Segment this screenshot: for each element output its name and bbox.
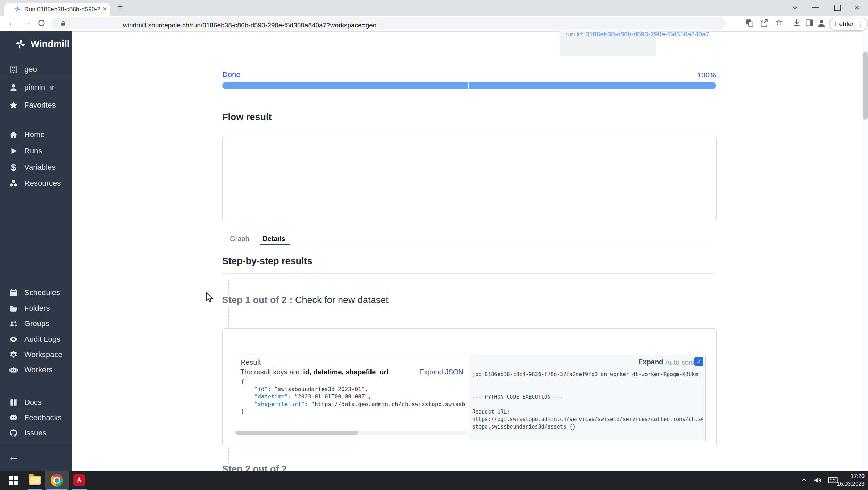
favorites-label: Favorites (24, 101, 56, 110)
share-icon[interactable] (760, 18, 769, 28)
acrobat-icon (73, 474, 85, 486)
sidebar-item-workers[interactable]: Workers (9, 363, 53, 377)
auto-scroll-checkbox[interactable]: ✓ (694, 357, 703, 366)
tray-show-hidden-icons[interactable] (797, 471, 811, 490)
split-view-icon[interactable] (805, 18, 815, 28)
windmill-brand[interactable]: Windmill (15, 38, 69, 50)
taskbar-clock[interactable]: 17:20 16.03.2023 (837, 473, 865, 488)
window-close-button[interactable]: × (854, 2, 859, 13)
home-icon (9, 130, 18, 139)
book-icon (9, 398, 18, 407)
sidebar-item-label: Feedbacks (24, 413, 62, 422)
workspace-label: geo (24, 65, 37, 74)
chrome-icon (51, 474, 63, 487)
new-tab-button[interactable]: + (117, 1, 123, 12)
menu-dots-icon[interactable]: ⋮ (858, 20, 864, 28)
tabs-divider (222, 245, 716, 245)
window-minimize-button[interactable] (812, 7, 819, 8)
taskbar-acrobat[interactable] (71, 471, 87, 490)
url-text: windmill.sourcepole.ch/run/0186eb38-c86b… (123, 22, 376, 29)
step1-log-text: job 0186eb38-c8c4-9836-f78c-32fa2def9fb0… (472, 371, 703, 438)
sidebar-item-label: Docs (24, 398, 42, 407)
error-button-label: Fehler (835, 20, 854, 28)
page-scrollbar-track[interactable] (862, 31, 868, 471)
file-explorer-icon (29, 476, 41, 485)
run-id-label: run id: (565, 31, 584, 38)
volume-icon[interactable] (810, 471, 825, 490)
step1-title-text: Check for new dataset (295, 295, 389, 305)
sidebar-item-resources[interactable]: Resources (9, 176, 61, 190)
progress-status: Done (222, 70, 241, 79)
error-button[interactable]: Fehler ⋮ (829, 18, 868, 31)
building-icon (9, 65, 18, 74)
crown-icon: ♛ (49, 84, 54, 91)
keys-value: id, datetime, shapefile_url (303, 368, 389, 376)
tab-close-icon[interactable]: × (103, 5, 107, 13)
url-bar[interactable]: windmill.sourcepole.ch/run/0186eb38-c86b… (52, 17, 726, 30)
sidebar-item-docs[interactable]: Docs (9, 396, 42, 409)
sidebar-item-groups[interactable]: Groups (9, 317, 49, 331)
expand-logs-button[interactable]: Expand (638, 358, 663, 366)
translate-icon[interactable] (745, 18, 755, 28)
collapse-sidebar-button[interactable]: ← (8, 451, 19, 463)
run-id-link[interactable]: 0186eb38-c86b-d590-290e-f5d350a840a7 (585, 31, 709, 38)
sidebar-item-variables[interactable]: $ Variables (9, 160, 56, 174)
browser-reload-button[interactable] (37, 18, 46, 28)
sidebar-item-schedules[interactable]: Schedules (9, 286, 60, 300)
expand-json-button[interactable]: Expand JSON (419, 368, 464, 376)
profile-avatar-icon[interactable] (817, 18, 826, 28)
sidebar-item-user[interactable]: pirmin ♛ (9, 81, 54, 94)
running-indicator (47, 489, 67, 490)
divider (222, 273, 716, 274)
cubes-icon (9, 179, 18, 188)
progress-bar-step-divider (468, 82, 469, 89)
mouse-cursor (204, 292, 216, 304)
running-indicator (28, 489, 42, 490)
active-tab-underline (260, 244, 290, 245)
taskbar-file-explorer[interactable] (26, 471, 43, 490)
divider (222, 129, 716, 129)
bookmark-star-icon[interactable]: ☆ (774, 17, 784, 27)
steps-heading: Step-by-step results (222, 256, 312, 267)
sidebar-item-workspace-geo[interactable]: geo (9, 63, 37, 76)
brand-name: Windmill (31, 39, 69, 50)
star-icon (9, 101, 18, 110)
sidebar-item-label: Resources (24, 179, 61, 188)
browser-tab[interactable]: Run 0186eb38-c86b-d590-290e- × (4, 3, 110, 16)
json-hscrollbar-thumb[interactable] (235, 431, 358, 435)
browser-tabstrip: Run 0186eb38-c86b-d590-290e- × + × (0, 0, 868, 16)
browser-forward-button[interactable]: → (22, 17, 31, 27)
dollar-icon: $ (9, 163, 18, 172)
sidebar-item-audit-logs[interactable]: Audit Logs (9, 332, 60, 346)
result-label: Result (240, 358, 261, 366)
taskbar-chrome-active[interactable] (45, 471, 69, 490)
download-icon[interactable] (792, 18, 802, 28)
flow-result-heading: Flow result (222, 112, 272, 123)
sidebar-item-favorites[interactable]: Favorites (9, 98, 56, 112)
sidebar-divider (0, 447, 72, 447)
start-button[interactable] (5, 471, 22, 490)
eye-icon (9, 335, 18, 344)
page-scrollbar-thumb[interactable] (863, 52, 868, 120)
sidebar-item-folders[interactable]: Folders (9, 301, 50, 315)
sidebar-item-label: Workers (24, 365, 53, 374)
taskbar: 17:20 16.03.2023 (0, 471, 868, 490)
step1-title: Step 1 out of 2 : Check for new dataset (222, 295, 393, 306)
check-icon: ✓ (696, 358, 701, 365)
window-maximize-button[interactable] (834, 5, 841, 11)
sidebar-item-feedbacks[interactable]: Feedbacks (9, 411, 62, 425)
tab-title: Run 0186eb38-c86b-d590-290e- (24, 6, 100, 13)
user-label: pirmin (24, 83, 45, 92)
tab-details[interactable]: Details (262, 235, 285, 243)
sidebar-item-runs[interactable]: Runs (9, 144, 42, 158)
clock-date: 16.03.2023 (837, 480, 865, 488)
sidebar-item-home[interactable]: Home (9, 128, 45, 142)
gear-icon (9, 350, 18, 359)
sidebar-item-label: Audit Logs (24, 335, 60, 344)
sidebar-item-issues[interactable]: Issues (9, 426, 47, 440)
tab-graph[interactable]: Graph (230, 235, 249, 243)
result-keys-line: The result keys are: id, datetime, shape… (240, 368, 389, 376)
browser-back-button[interactable]: ← (8, 17, 16, 27)
progress-percent: 100% (681, 71, 716, 79)
sidebar-item-workspace-settings[interactable]: Workspace (9, 348, 62, 362)
